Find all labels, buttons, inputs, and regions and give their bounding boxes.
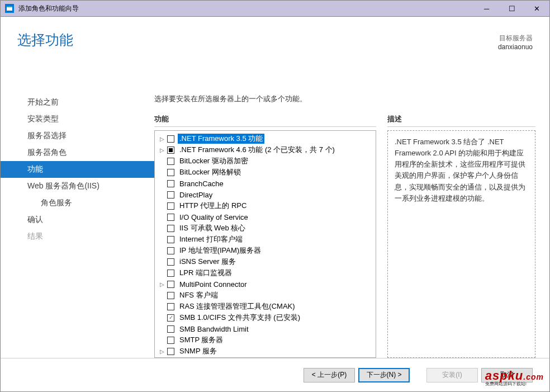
feature-item[interactable]: ▷LPR 端口监视器 bbox=[155, 267, 376, 278]
cancel-button[interactable]: 取消 bbox=[481, 368, 533, 382]
feature-label: .NET Framework 3.5 功能 bbox=[178, 134, 264, 144]
expander-icon[interactable]: ▷ bbox=[158, 146, 166, 154]
features-header: 功能 bbox=[154, 114, 376, 127]
feature-label: NFS 客户端 bbox=[178, 290, 220, 300]
feature-label: SMB 1.0/CIFS 文件共享支持 (已安装) bbox=[178, 313, 302, 323]
checkbox[interactable] bbox=[167, 158, 174, 165]
feature-label: LPR 端口监视器 bbox=[178, 268, 234, 278]
feature-item[interactable]: ▷.NET Framework 4.6 功能 (2 个已安装，共 7 个) bbox=[155, 144, 376, 155]
checkbox[interactable] bbox=[167, 180, 174, 187]
feature-item[interactable]: ▷SMB 1.0/CIFS 文件共享支持 (已安装) bbox=[155, 312, 376, 323]
wizard-step[interactable]: 开始之前 bbox=[1, 94, 154, 111]
feature-label: RAS 连接管理器管理工具包(CMAK) bbox=[178, 301, 297, 311]
checkbox[interactable] bbox=[167, 292, 174, 299]
feature-item[interactable]: ▷SMB Bandwidth Limit bbox=[155, 323, 376, 334]
feature-item[interactable]: ▷DirectPlay bbox=[155, 189, 376, 200]
feature-item[interactable]: ▷Internet 打印客户端 bbox=[155, 234, 376, 245]
feature-item[interactable]: ▷HTTP 代理上的 RPC bbox=[155, 200, 376, 211]
feature-label: DirectPlay bbox=[178, 191, 214, 199]
feature-item[interactable]: ▷MultiPoint Connector bbox=[155, 278, 376, 290]
wizard-footer: < 上一步(P) 下一步(N) > 安装(I) 取消 bbox=[1, 358, 549, 391]
feature-label: BitLocker 驱动器加密 bbox=[178, 156, 250, 166]
feature-item[interactable]: ▷BitLocker 驱动器加密 bbox=[155, 155, 376, 167]
checkbox[interactable] bbox=[167, 169, 174, 176]
feature-item[interactable]: ▷SNMP 服务 bbox=[155, 346, 376, 357]
feature-item[interactable]: ▷IP 地址管理(IPAM)服务器 bbox=[155, 245, 376, 256]
minimize-button[interactable]: ─ bbox=[474, 1, 499, 16]
description-text: .NET Framework 3.5 结合了 .NET Framework 2.… bbox=[387, 130, 535, 358]
checkbox[interactable] bbox=[167, 236, 174, 243]
instruction-text: 选择要安装在所选服务器上的一个或多个功能。 bbox=[154, 94, 535, 104]
wizard-step[interactable]: 安装类型 bbox=[1, 111, 154, 127]
wizard-step: 结果 bbox=[1, 228, 154, 245]
feature-item[interactable]: ▷IIS 可承载 Web 核心 bbox=[155, 223, 376, 234]
wizard-steps: 开始之前安装类型服务器选择服务器角色功能Web 服务器角色(IIS)角色服务确认… bbox=[1, 84, 154, 358]
checkbox[interactable] bbox=[167, 202, 174, 210]
checkbox[interactable] bbox=[167, 325, 174, 333]
svg-rect-1 bbox=[7, 6, 12, 7]
feature-label: Internet 打印客户端 bbox=[178, 234, 244, 244]
page-title: 选择功能 bbox=[17, 31, 73, 67]
window-controls: ─ ☐ ✕ bbox=[474, 1, 549, 16]
checkbox[interactable] bbox=[167, 314, 174, 322]
titlebar[interactable]: 添加角色和功能向导 ─ ☐ ✕ bbox=[0, 0, 550, 17]
feature-item[interactable]: ▷RAS 连接管理器管理工具包(CMAK) bbox=[155, 301, 376, 312]
feature-item[interactable]: ▷BitLocker 网络解锁 bbox=[155, 167, 376, 178]
feature-label: IP 地址管理(IPAM)服务器 bbox=[178, 245, 263, 256]
expander-icon[interactable]: ▷ bbox=[158, 135, 166, 143]
expander-icon[interactable]: ▷ bbox=[158, 347, 166, 355]
checkbox[interactable] bbox=[167, 348, 174, 355]
feature-label: SMB Bandwidth Limit bbox=[178, 325, 250, 333]
next-button[interactable]: 下一步(N) > bbox=[358, 368, 410, 382]
checkbox[interactable] bbox=[167, 337, 174, 344]
wizard-step[interactable]: 功能 bbox=[1, 161, 154, 178]
wizard-step[interactable]: 服务器选择 bbox=[1, 127, 154, 144]
wizard-step[interactable]: 服务器角色 bbox=[1, 144, 154, 161]
feature-item[interactable]: ▷NFS 客户端 bbox=[155, 290, 376, 301]
feature-label: iSNS Server 服务 bbox=[178, 257, 238, 267]
feature-item[interactable]: ▷SMTP 服务器 bbox=[155, 334, 376, 346]
checkbox[interactable] bbox=[167, 225, 174, 232]
feature-label: .NET Framework 4.6 功能 (2 个已安装，共 7 个) bbox=[178, 145, 336, 155]
app-icon bbox=[5, 4, 14, 13]
features-tree[interactable]: ▷.NET Framework 3.5 功能▷.NET Framework 4.… bbox=[154, 130, 376, 358]
feature-label: HTTP 代理上的 RPC bbox=[178, 201, 248, 211]
target-name: danxiaonuo bbox=[498, 43, 533, 51]
maximize-button[interactable]: ☐ bbox=[499, 1, 524, 16]
install-button[interactable]: 安装(I) bbox=[426, 368, 478, 382]
feature-label: BitLocker 网络解锁 bbox=[178, 167, 243, 177]
feature-item[interactable]: ▷iSNS Server 服务 bbox=[155, 256, 376, 267]
checkbox[interactable] bbox=[167, 214, 174, 221]
checkbox[interactable] bbox=[167, 147, 174, 154]
feature-label: I/O Quality of Service bbox=[178, 213, 250, 221]
feature-label: IIS 可承载 Web 核心 bbox=[178, 223, 247, 233]
checkbox[interactable] bbox=[167, 191, 174, 199]
checkbox[interactable] bbox=[167, 281, 174, 288]
feature-item[interactable]: ▷BranchCache bbox=[155, 178, 376, 189]
wizard-step[interactable]: 确认 bbox=[1, 211, 154, 228]
checkbox[interactable] bbox=[167, 270, 174, 277]
feature-label: SNMP 服务 bbox=[178, 346, 219, 356]
checkbox[interactable] bbox=[167, 303, 174, 310]
prev-button[interactable]: < 上一步(P) bbox=[304, 368, 355, 382]
checkbox[interactable] bbox=[167, 247, 174, 254]
wizard-step[interactable]: Web 服务器角色(IIS) bbox=[1, 178, 154, 195]
checkbox[interactable] bbox=[167, 135, 174, 143]
feature-label: BranchCache bbox=[178, 180, 225, 188]
window-title: 添加角色和功能向导 bbox=[18, 4, 474, 13]
expander-icon[interactable]: ▷ bbox=[158, 280, 166, 288]
close-button[interactable]: ✕ bbox=[524, 1, 549, 16]
target-label: 目标服务器 bbox=[498, 34, 533, 43]
feature-item[interactable]: ▷.NET Framework 3.5 功能 bbox=[155, 133, 376, 144]
feature-item[interactable]: ▷I/O Quality of Service bbox=[155, 211, 376, 223]
wizard-step[interactable]: 角色服务 bbox=[1, 195, 154, 211]
feature-label: SMTP 服务器 bbox=[178, 335, 225, 345]
target-info: 目标服务器 danxiaonuo bbox=[498, 31, 533, 67]
description-header: 描述 bbox=[387, 114, 535, 127]
wizard-header: 选择功能 目标服务器 danxiaonuo bbox=[1, 17, 549, 67]
feature-label: MultiPoint Connector bbox=[178, 280, 249, 289]
checkbox[interactable] bbox=[167, 258, 174, 266]
